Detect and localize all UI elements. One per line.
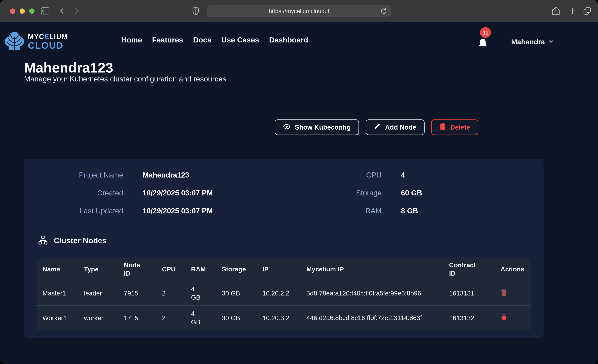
detail-label: Project Name: [25, 171, 123, 179]
detail-value: 8 GB: [401, 207, 418, 215]
nav-links: Home Features Docs Use Cases Dashboard: [121, 22, 308, 58]
site-navbar: MYCELIUM CLOUD Home Features Docs Use Ca…: [0, 22, 598, 58]
brand-stylized-e: E: [44, 33, 49, 41]
cell-actions: [495, 306, 532, 330]
privacy-shield-icon[interactable]: [192, 0, 199, 22]
cell-node-id: 1715: [118, 306, 156, 330]
url-text: https://myceliumcloud.tf: [269, 8, 329, 14]
detail-label: Storage: [258, 189, 382, 197]
delete-node-button[interactable]: [501, 289, 507, 297]
mycelium-cloud-logo-icon: [4, 31, 25, 53]
cell-mycelium-ip: 5d8:78ea:a120:f40c:ff0f:a5fe:99e6:8b96: [300, 281, 443, 306]
cell-mycelium-ip: 446:d2a6:8bcd:8c16:ff0f:72e2:3114:863f: [300, 306, 443, 330]
sidebar-toggle-icon[interactable]: [41, 0, 50, 22]
detail-row-created: Created 10/29/2025 03:07 PM: [25, 189, 213, 197]
detail-label: Last Updated: [25, 207, 123, 215]
add-node-button[interactable]: Add Node: [366, 119, 424, 135]
new-tab-icon[interactable]: [568, 0, 576, 22]
cell-ip: 10.20.2.2: [257, 281, 300, 306]
cell-ip: 10.20.3.2: [257, 306, 300, 330]
cell-ram: 4 GB: [185, 306, 216, 330]
detail-value: 10/29/2025 03:07 PM: [142, 207, 213, 215]
cell-cpu: 2: [156, 306, 185, 330]
col-ram: RAM: [185, 258, 216, 281]
col-storage: Storage: [216, 258, 257, 281]
cluster-actions: Show Kubeconfig Add Node: [275, 119, 478, 135]
cell-type: worker: [78, 306, 118, 330]
nav-link-home[interactable]: Home: [121, 36, 142, 44]
nav-link-dashboard[interactable]: Dashboard: [269, 36, 308, 44]
brand-logo[interactable]: MYCELIUM CLOUD: [4, 31, 68, 53]
details-left-column: Project Name Mahendra123 Created 10/29/2…: [25, 171, 213, 225]
nav-link-docs[interactable]: Docs: [193, 36, 211, 44]
show-kubeconfig-button[interactable]: Show Kubeconfig: [275, 119, 359, 135]
col-node-id: Node ID: [118, 258, 156, 281]
detail-row-ram: RAM 8 GB: [258, 207, 422, 215]
back-button-icon[interactable]: [58, 0, 66, 22]
cell-name: Worker1: [36, 306, 78, 330]
bell-icon: [478, 47, 488, 50]
page-title: Mahendra123: [24, 60, 113, 76]
minimize-window-button[interactable]: [20, 8, 25, 14]
table-row: Worker1 worker 1715 2 4 GB 30 GB 10.20.3…: [36, 306, 532, 330]
col-mycelium-ip: Mycelium IP: [300, 258, 443, 281]
delete-node-button[interactable]: [501, 314, 507, 321]
tab-overview-icon[interactable]: [583, 0, 591, 22]
browser-toolbar: https://myceliumcloud.tf: [0, 0, 598, 22]
detail-row-cpu: CPU 4: [258, 171, 422, 179]
cell-cpu: 2: [156, 281, 185, 306]
notifications-button[interactable]: 11: [478, 38, 489, 51]
zoom-window-button[interactable]: [29, 8, 34, 14]
cluster-nodes-table: Name Type Node ID CPU RAM Storage IP Myc…: [36, 258, 532, 330]
chevron-down-icon: [548, 39, 554, 45]
col-contract-id: Contract ID: [443, 258, 495, 281]
window-controls[interactable]: [10, 8, 34, 14]
cluster-nodes-heading: Cluster Nodes: [38, 235, 107, 246]
cell-storage: 30 GB: [216, 306, 257, 330]
col-name: Name: [36, 258, 78, 281]
user-menu[interactable]: Mahendra: [511, 38, 554, 46]
page-body: Mahendra123 Manage your Kubernetes clust…: [0, 22, 598, 364]
reload-icon[interactable]: [380, 8, 387, 16]
eye-icon: [283, 123, 291, 132]
cell-storage: 30 GB: [216, 281, 257, 306]
detail-value: 10/29/2025 03:07 PM: [142, 189, 213, 197]
detail-label: CPU: [258, 171, 382, 179]
notification-count-badge: 11: [480, 27, 491, 38]
detail-value: 60 GB: [401, 189, 422, 197]
table-row: Master1 leader 7915 2 4 GB 30 GB 10.20.2…: [36, 281, 532, 306]
cell-actions: [495, 281, 532, 306]
address-bar[interactable]: https://myceliumcloud.tf: [207, 5, 391, 17]
table-header-row: Name Type Node ID CPU RAM Storage IP Myc…: [36, 258, 532, 281]
brand-wordmark: MYCELIUM CLOUD: [28, 33, 68, 50]
page-subtitle: Manage your Kubernetes cluster configura…: [24, 75, 226, 83]
browser-window: https://myceliumcloud.tf Mahen: [0, 0, 598, 364]
nav-link-use-cases[interactable]: Use Cases: [221, 36, 259, 44]
pencil-icon: [374, 123, 381, 132]
delete-cluster-button[interactable]: Delete: [431, 119, 478, 135]
user-name: Mahendra: [511, 38, 545, 46]
cell-node-id: 7915: [118, 281, 156, 306]
cell-ram: 4 GB: [185, 281, 216, 306]
cluster-details-panel: Project Name Mahendra123 Created 10/29/2…: [25, 159, 544, 338]
cell-name: Master1: [36, 281, 78, 306]
detail-label: RAM: [258, 207, 382, 215]
cell-type: leader: [78, 281, 118, 306]
col-type: Type: [78, 258, 118, 281]
cell-contract-id: 1613132: [443, 306, 495, 330]
share-icon[interactable]: [552, 0, 560, 22]
detail-value: Mahendra123: [142, 171, 189, 179]
detail-row-last-updated: Last Updated 10/29/2025 03:07 PM: [25, 207, 213, 215]
cell-contract-id: 1613131: [443, 281, 495, 306]
detail-value: 4: [401, 171, 405, 179]
close-window-button[interactable]: [10, 8, 15, 14]
network-nodes-icon: [38, 235, 48, 246]
col-actions: Actions: [495, 258, 532, 281]
col-ip: IP: [257, 258, 300, 281]
col-cpu: CPU: [156, 258, 185, 281]
forward-button-icon[interactable]: [73, 0, 80, 22]
details-right-column: CPU 4 Storage 60 GB RAM 8 GB: [258, 171, 422, 225]
nav-link-features[interactable]: Features: [152, 36, 183, 44]
detail-label: Created: [25, 189, 123, 197]
detail-row-project-name: Project Name Mahendra123: [25, 171, 213, 179]
